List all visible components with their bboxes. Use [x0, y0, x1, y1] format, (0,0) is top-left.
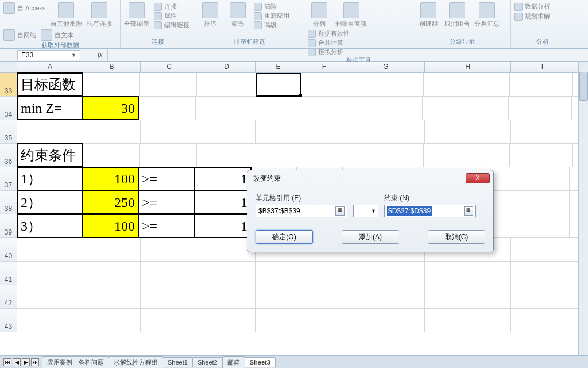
ribbon-btn-dedup[interactable]: 删除重复项 [335, 2, 367, 28]
ribbon-btn-analysis[interactable]: 数据分析 [514, 2, 550, 11]
range-picker-icon[interactable]: ▦ [335, 206, 345, 216]
cell-ref-input[interactable]: $B$37:$B$39 ▦ [256, 205, 347, 217]
sheet-tab[interactable]: Sheet1 [163, 357, 193, 367]
range-picker-icon[interactable]: ▦ [464, 206, 473, 216]
close-icon[interactable]: X [466, 173, 490, 183]
sheet-tabs: ⏮ ◀ ▶ ⏭ 应用案例—备料问题 求解线性方程组 Sheet1 Sheet2 … [0, 355, 588, 368]
sheet-tab[interactable]: 应用案例—备料问题 [42, 356, 109, 368]
ribbon-btn-adv[interactable]: 高级 [254, 21, 289, 29]
ribbon-btn-existing[interactable]: 现有连接 [87, 2, 112, 28]
name-box[interactable]: E33▼ [17, 50, 80, 60]
tab-nav-prev[interactable]: ◀ [13, 358, 21, 366]
ribbon-btn-solver[interactable]: 规划求解 [514, 12, 550, 21]
ribbon-btn-other-source[interactable]: 自其他来源 [51, 2, 82, 28]
dialog-title: 改变约束 [253, 174, 281, 183]
operator-select[interactable]: =▼ [353, 205, 378, 217]
ribbon: 自 Access 自其他来源 现有连接 自网站 自文本 获取外部数据 全部刷新 … [0, 0, 588, 49]
sheet-tab[interactable]: 求解线性方程组 [109, 356, 163, 368]
formula-input[interactable] [107, 49, 588, 61]
ribbon-btn-access[interactable]: 自 Access [3, 2, 46, 14]
col-header-F[interactable]: F [301, 62, 347, 72]
ribbon-btn-merge[interactable]: 合并计算 [308, 39, 350, 47]
vertical-scrollbar[interactable] [578, 62, 588, 355]
ribbon-group-title: 获取外部数据 [3, 41, 117, 51]
sheet-tab[interactable]: Sheet2 [192, 357, 223, 367]
row-header[interactable]: 34 [0, 97, 17, 120]
formula-bar: E33▼ fx [0, 49, 588, 62]
col-header-H[interactable]: H [425, 62, 511, 72]
ribbon-btn-conn[interactable]: 连接 [154, 2, 189, 11]
col-header-D[interactable]: D [198, 62, 256, 72]
tab-nav-first[interactable]: ⏮ [3, 358, 11, 366]
cancel-button[interactable]: 取消(C) [428, 230, 485, 244]
select-all-corner[interactable] [0, 62, 17, 72]
col-header-I[interactable]: I [511, 62, 574, 72]
sheet-tab[interactable]: 邮箱 [222, 356, 245, 368]
tab-nav-last[interactable]: ⏭ [31, 358, 39, 366]
ribbon-btn-sort[interactable]: 排序 [199, 2, 222, 28]
cell-ref-label: 单元格引用:(E) [256, 193, 347, 203]
col-header-C[interactable]: C [141, 62, 198, 72]
row-header[interactable]: 33 [0, 73, 17, 96]
ribbon-btn-filter[interactable]: 筛选 [226, 2, 249, 28]
col-header-B[interactable]: B [83, 62, 141, 72]
ribbon-btn-prop[interactable]: 属性 [154, 12, 189, 20]
ribbon-btn-group[interactable]: 创建组 [417, 2, 440, 28]
cell[interactable]: 目标函数 [17, 72, 83, 97]
ribbon-btn-clear[interactable]: 清除 [254, 2, 289, 11]
col-header-G[interactable]: G [347, 62, 425, 72]
ribbon-btn-web[interactable]: 自网站 [3, 29, 36, 41]
col-header-A[interactable]: A [17, 62, 83, 72]
ribbon-btn-reapply[interactable]: 重新应用 [254, 12, 289, 20]
change-constraint-dialog: 改变约束 X 单元格引用:(E) $B$37:$B$39 ▦ =▼ 约束:(N)… [247, 170, 494, 252]
col-header-E[interactable]: E [256, 62, 301, 72]
add-button[interactable]: 添加(A) [342, 230, 399, 244]
ribbon-btn-split[interactable]: 分列 [308, 2, 331, 28]
ribbon-btn-valid[interactable]: 数据有效性 [308, 29, 350, 38]
constraint-label: 约束:(N) [384, 193, 476, 203]
constraint-input[interactable]: $D$37:$D$39 ▦ [384, 205, 476, 217]
sheet-tab-active[interactable]: Sheet3 [245, 357, 276, 367]
ribbon-btn-subtotal[interactable]: 分类汇总 [474, 2, 500, 28]
tab-nav-next[interactable]: ▶ [22, 358, 30, 366]
ribbon-btn-edit[interactable]: 编辑链接 [154, 21, 189, 29]
ribbon-btn-text[interactable]: 自文本 [41, 29, 74, 41]
ok-button[interactable]: 确定(O) [256, 230, 313, 244]
ribbon-btn-refresh[interactable]: 全部刷新 [124, 2, 149, 28]
fx-icon[interactable]: fx [98, 51, 103, 59]
ribbon-btn-ungroup[interactable]: 取消组合 [444, 2, 470, 28]
